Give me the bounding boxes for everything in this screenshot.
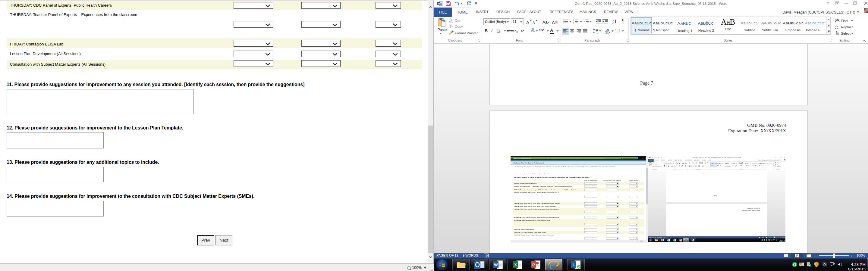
svg-text:Z: Z [704,163,705,164]
svg-text:3: 3 [573,22,574,24]
svg-text:W: W [667,239,668,241]
svg-text:P: P [679,239,680,241]
svg-text:i: i [696,164,696,164]
svg-text:1: 1 [692,163,692,163]
svg-text:P: P [532,263,535,267]
svg-text:L: L [572,263,575,267]
svg-text:2: 2 [692,163,692,163]
svg-text:ab: ab [539,28,542,32]
svg-text:1: 1 [695,163,695,163]
svg-text:O: O [799,263,801,266]
svg-text:a: a [695,163,696,163]
svg-text:ac: ac [836,27,839,29]
svg-text:ab: ab [681,165,682,167]
svg-text:A: A [613,20,614,22]
svg-text:ac: ac [775,165,776,166]
svg-text:3: 3 [692,164,692,164]
svg-text:A: A [704,162,705,163]
svg-text:W: W [494,263,498,267]
svg-text:X: X [514,263,517,267]
svg-text:X: X [673,239,674,241]
svg-text:i: i [585,22,585,24]
svg-text:Z: Z [613,22,614,24]
